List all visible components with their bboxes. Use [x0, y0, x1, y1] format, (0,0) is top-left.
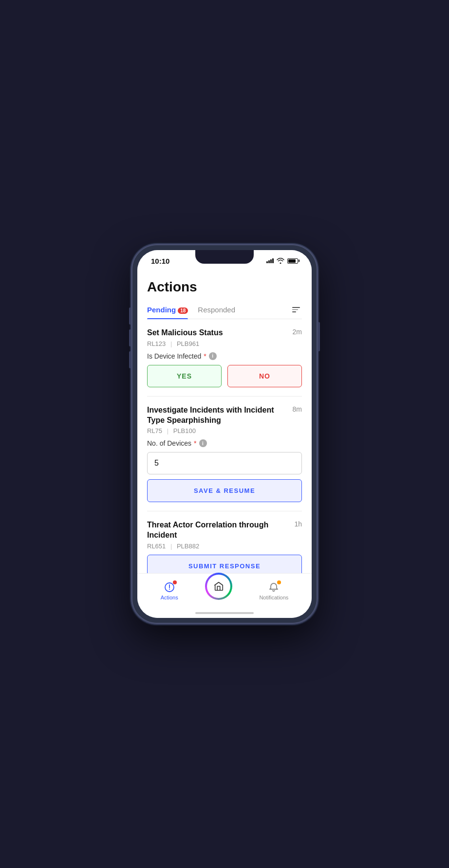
- tabs-row: Pending18 Responded: [147, 301, 302, 319]
- notch: [195, 250, 254, 264]
- card-1-field-text: Is Device Infected: [147, 352, 201, 360]
- bottom-nav: Actions Notificatio: [137, 573, 312, 608]
- card-3-time: 1h: [294, 520, 302, 528]
- action-card-3: Threat Actor Correlation through Inciden…: [147, 511, 302, 573]
- devices-input[interactable]: [147, 452, 302, 474]
- card-1-time: 2m: [293, 328, 302, 336]
- btn-no[interactable]: NO: [227, 365, 302, 387]
- notifications-dot: [277, 580, 281, 584]
- status-bar: 10:10: [137, 250, 312, 271]
- app-header: Actions Pending18 Responded: [137, 271, 312, 319]
- card-3-meta: RL651 | PLB882: [147, 542, 302, 550]
- status-time: 10:10: [151, 257, 169, 265]
- tab-responded-label: Responded: [198, 306, 235, 314]
- home-icon: [213, 581, 224, 592]
- nav-notifications-label: Notifications: [259, 595, 288, 600]
- card-2-field-label: No. of Devices * i: [147, 439, 302, 447]
- signal-bar-1: [266, 261, 268, 263]
- page-title: Actions: [147, 279, 302, 295]
- info-icon-1[interactable]: i: [209, 352, 217, 360]
- yes-no-row: YES NO: [147, 365, 302, 387]
- nav-actions-icon-wrap: [164, 581, 175, 593]
- actions-list: Set Malicious Status 2m RL123 | PLB961 I…: [137, 319, 312, 573]
- battery-icon: [287, 258, 298, 264]
- pipe-1: |: [170, 340, 172, 347]
- nav-actions[interactable]: Actions: [161, 581, 178, 600]
- card-1-title: Set Malicious Status: [147, 328, 287, 338]
- battery-fill: [288, 259, 296, 263]
- info-icon-2[interactable]: i: [199, 439, 207, 447]
- actions-notification-dot: [173, 580, 177, 584]
- signal-bar-4: [272, 258, 274, 263]
- card-2-meta-left: RL75: [147, 427, 162, 434]
- card-1-header: Set Malicious Status 2m: [147, 328, 302, 338]
- home-button[interactable]: [205, 573, 232, 600]
- card-1-meta: RL123 | PLB961: [147, 340, 302, 347]
- tab-pending-label: Pending: [147, 306, 176, 314]
- card-2-meta-right: PLB100: [173, 427, 196, 434]
- btn-yes[interactable]: YES: [147, 365, 222, 387]
- card-2-meta: RL75 | PLB100: [147, 427, 302, 434]
- signal-bar-2: [268, 260, 270, 263]
- phone-screen: 10:10 Actions: [137, 250, 312, 618]
- card-1-meta-right: PLB961: [177, 340, 199, 347]
- card-2-title: Investigate Incidents with Incident Type…: [147, 405, 287, 426]
- nav-actions-label: Actions: [161, 595, 178, 600]
- tab-pending[interactable]: Pending18: [147, 301, 188, 319]
- filter-line-2: [292, 309, 298, 310]
- action-card-1: Set Malicious Status 2m RL123 | PLB961 I…: [147, 319, 302, 397]
- signal-bar-3: [270, 259, 272, 263]
- wifi-icon: [277, 258, 284, 264]
- filter-icon[interactable]: [290, 305, 302, 314]
- card-3-title: Threat Actor Correlation through Inciden…: [147, 520, 288, 541]
- card-1-field-label: Is Device Infected * i: [147, 352, 302, 360]
- phone-shell: 10:10 Actions: [131, 244, 318, 624]
- nav-notifications-icon-wrap: [268, 581, 280, 593]
- required-star-2: *: [194, 439, 196, 447]
- filter-line-1: [292, 307, 300, 308]
- card-2-field-text: No. of Devices: [147, 439, 191, 447]
- tab-pending-badge: 18: [178, 307, 188, 314]
- home-indicator: [137, 608, 312, 618]
- app-content[interactable]: Actions Pending18 Responded: [137, 271, 312, 573]
- card-3-meta-left: RL651: [147, 542, 166, 550]
- pipe-2: |: [167, 427, 168, 434]
- required-star-1: *: [204, 352, 206, 360]
- home-button-inner: [207, 575, 230, 598]
- tab-responded[interactable]: Responded: [198, 301, 235, 319]
- submit-response-button[interactable]: SUBMIT RESPONSE: [147, 555, 302, 573]
- card-3-header: Threat Actor Correlation through Inciden…: [147, 520, 302, 541]
- filter-line-3: [292, 311, 296, 312]
- signal-bars: [266, 258, 274, 263]
- card-2-time: 8m: [293, 405, 302, 413]
- card-3-meta-right: PLB882: [177, 542, 199, 550]
- card-1-meta-left: RL123: [147, 340, 166, 347]
- pipe-3: |: [170, 542, 172, 550]
- card-2-header: Investigate Incidents with Incident Type…: [147, 405, 302, 426]
- action-card-2: Investigate Incidents with Incident Type…: [147, 397, 302, 512]
- svg-point-2: [169, 589, 170, 590]
- nav-notifications[interactable]: Notifications: [259, 581, 288, 600]
- status-icons: [266, 258, 298, 264]
- home-indicator-bar: [195, 612, 254, 614]
- save-resume-button[interactable]: SAVE & RESUME: [147, 479, 302, 502]
